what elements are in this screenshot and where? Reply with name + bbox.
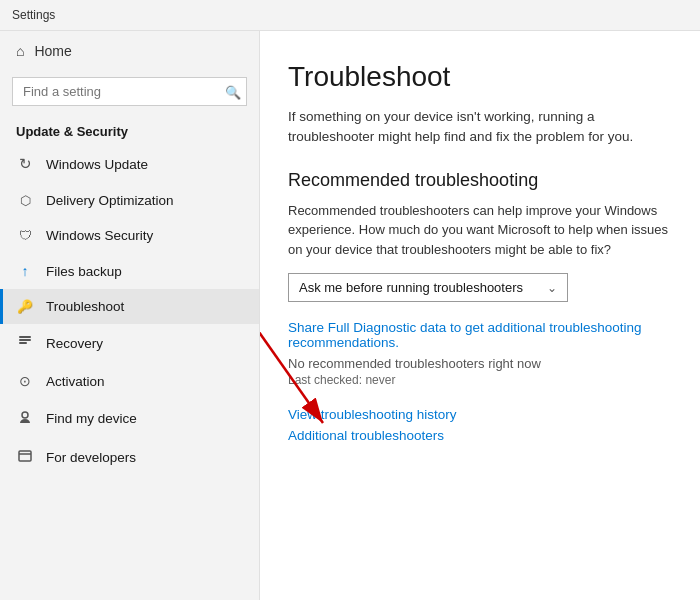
sidebar: ⌂ Home 🔍 Update & Security ↻ Windows Upd… xyxy=(0,31,260,600)
sidebar-item-label: Troubleshoot xyxy=(46,299,124,314)
recommended-description: Recommended troubleshooters can help imp… xyxy=(288,201,672,260)
sidebar-item-for-developers[interactable]: For developers xyxy=(0,438,259,477)
sidebar-item-files-backup[interactable]: ↑ Files backup xyxy=(0,253,259,289)
find-device-icon xyxy=(16,409,34,428)
home-icon: ⌂ xyxy=(16,43,24,59)
delivery-optimization-icon: ⬡ xyxy=(16,193,34,208)
sidebar-item-delivery-optimization[interactable]: ⬡ Delivery Optimization xyxy=(0,183,259,218)
windows-update-icon: ↻ xyxy=(16,155,34,173)
home-label: Home xyxy=(34,43,71,59)
activation-icon: ⊙ xyxy=(16,373,34,389)
app-title: Settings xyxy=(12,8,55,22)
search-input[interactable] xyxy=(12,77,247,106)
no-troubleshooters-text: No recommended troubleshooters right now xyxy=(288,356,672,371)
for-developers-icon xyxy=(16,448,34,467)
sidebar-item-label: Windows Update xyxy=(46,157,148,172)
sidebar-item-windows-security[interactable]: 🛡 Windows Security xyxy=(0,218,259,253)
sidebar-item-label: Windows Security xyxy=(46,228,153,243)
sidebar-item-troubleshoot[interactable]: 🔑 Troubleshoot xyxy=(0,289,259,324)
sidebar-item-windows-update[interactable]: ↻ Windows Update xyxy=(0,145,259,183)
svg-rect-1 xyxy=(19,339,31,341)
search-icon: 🔍 xyxy=(225,84,241,99)
troubleshooter-preference-dropdown[interactable]: Ask me before running troubleshooters ⌄ xyxy=(288,273,568,302)
sidebar-home-button[interactable]: ⌂ Home xyxy=(0,31,259,71)
titlebar: Settings xyxy=(0,0,700,31)
files-backup-icon: ↑ xyxy=(16,263,34,279)
recovery-icon xyxy=(16,334,34,353)
svg-rect-4 xyxy=(19,451,31,461)
sidebar-item-label: Find my device xyxy=(46,411,137,426)
page-title: Troubleshoot xyxy=(288,61,672,93)
sidebar-item-label: For developers xyxy=(46,450,136,465)
dropdown-value: Ask me before running troubleshooters xyxy=(299,280,523,295)
main-content: Troubleshoot If something on your device… xyxy=(260,31,700,600)
share-diagnostic-link[interactable]: Share Full Diagnostic data to get additi… xyxy=(288,320,672,350)
page-description: If something on your device isn't workin… xyxy=(288,107,672,148)
windows-security-icon: 🛡 xyxy=(16,228,34,243)
troubleshoot-icon: 🔑 xyxy=(16,299,34,314)
view-history-link[interactable]: View troubleshooting history xyxy=(288,407,672,422)
sidebar-section-title: Update & Security xyxy=(0,116,259,145)
sidebar-item-label: Activation xyxy=(46,374,105,389)
svg-point-3 xyxy=(22,412,28,418)
last-checked-text: Last checked: never xyxy=(288,373,672,387)
additional-troubleshooters-link[interactable]: Additional troubleshooters xyxy=(288,428,672,443)
recommended-section-title: Recommended troubleshooting xyxy=(288,170,672,191)
svg-rect-2 xyxy=(19,342,27,344)
search-container: 🔍 xyxy=(12,77,247,106)
chevron-down-icon: ⌄ xyxy=(547,281,557,295)
sidebar-item-label: Recovery xyxy=(46,336,103,351)
sidebar-item-recovery[interactable]: Recovery xyxy=(0,324,259,363)
sidebar-item-label: Delivery Optimization xyxy=(46,193,174,208)
svg-rect-0 xyxy=(19,336,31,338)
sidebar-item-find-my-device[interactable]: Find my device xyxy=(0,399,259,438)
sidebar-item-label: Files backup xyxy=(46,264,122,279)
sidebar-item-activation[interactable]: ⊙ Activation xyxy=(0,363,259,399)
